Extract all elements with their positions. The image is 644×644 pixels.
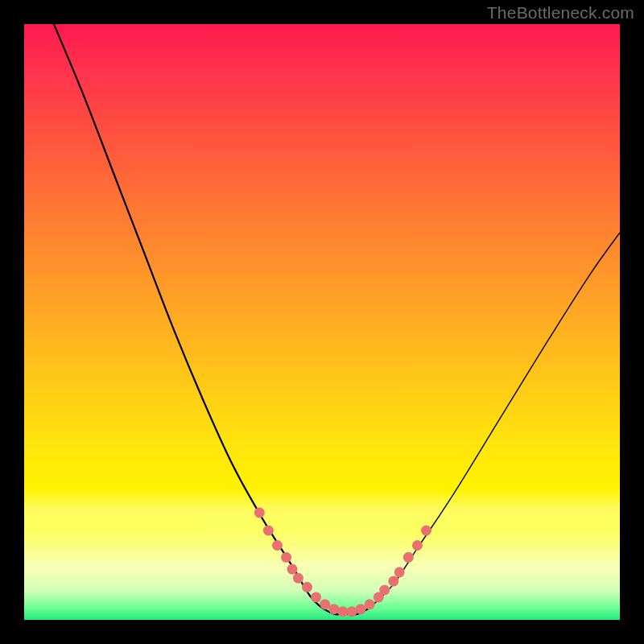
data-dot — [403, 552, 414, 563]
data-dot — [272, 540, 283, 551]
data-dot — [293, 573, 303, 584]
data-dot — [254, 507, 265, 518]
chart-frame: TheBottleneck.com — [0, 0, 644, 644]
data-dot — [337, 606, 348, 617]
left-curve-path — [54, 24, 322, 608]
right-curve-path — [369, 233, 620, 608]
data-dot — [388, 576, 398, 586]
data-dot — [421, 526, 431, 536]
data-dot — [302, 582, 312, 592]
watermark-text: TheBottleneck.com — [487, 3, 634, 23]
data-dot — [394, 567, 405, 577]
data-dot — [328, 604, 339, 614]
chart-svg — [24, 24, 620, 620]
data-dot — [263, 526, 274, 536]
data-dot — [320, 599, 330, 609]
data-dot — [281, 552, 291, 563]
data-dot — [365, 599, 375, 609]
data-dots-group — [254, 507, 431, 617]
plot-area — [24, 24, 620, 620]
data-dot — [347, 606, 357, 617]
data-dot — [311, 592, 321, 602]
data-dot — [287, 564, 298, 575]
data-dot — [412, 540, 423, 551]
data-dot — [379, 585, 390, 596]
curve-group — [54, 24, 620, 614]
data-dot — [356, 604, 366, 614]
